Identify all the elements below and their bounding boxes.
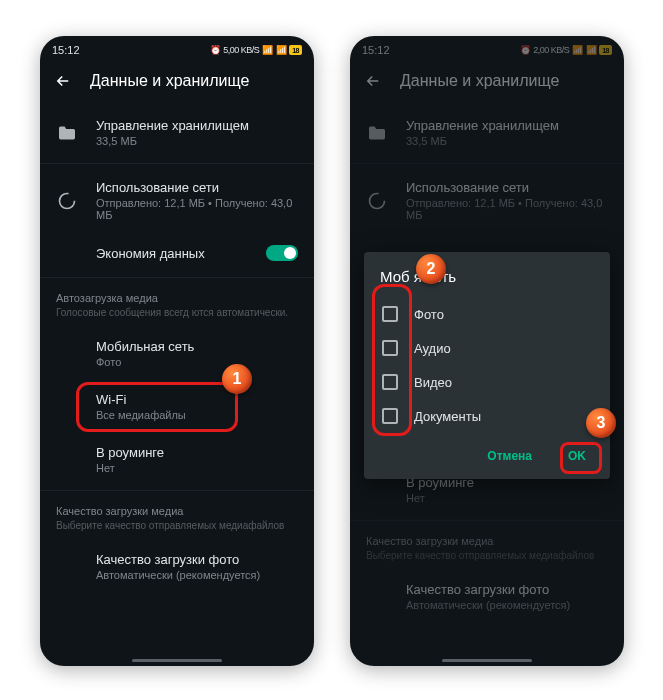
checkbox[interactable] (382, 408, 398, 424)
storage-sub: 33,5 МБ (96, 135, 298, 147)
alarm-icon: ⏰ (520, 45, 531, 55)
data-usage-icon (366, 191, 388, 211)
wifi-title: Wi-Fi (96, 392, 298, 407)
quality-header: Качество загрузки медиа (40, 495, 314, 519)
nav-bar (442, 659, 532, 662)
alarm-icon: ⏰ (210, 45, 221, 55)
quality-desc: Выберите качество отправляемых медиафайл… (40, 519, 314, 540)
row-mobile-network[interactable]: Мобильная сеть Фото (40, 327, 314, 380)
status-bar: 15:12 ⏰ 2,00 KB/S 📶 📶 18 (350, 36, 624, 60)
data-usage-icon (56, 191, 78, 211)
dialog-option-audio[interactable]: Аудио (380, 331, 594, 365)
divider (40, 490, 314, 491)
signal-icon: 📶 (262, 45, 273, 55)
autodl-desc: Голосовые сообщения всегд ются автоматич… (40, 306, 314, 327)
status-time: 15:12 (362, 44, 390, 56)
checkbox[interactable] (382, 306, 398, 322)
network-title: Использование сети (96, 180, 298, 195)
storage-title: Управление хранилищем (96, 118, 298, 133)
folder-icon (56, 125, 78, 141)
battery-icon: 18 (289, 45, 302, 55)
row-data-saver[interactable]: Экономия данных (40, 233, 314, 273)
status-time: 15:12 (52, 44, 80, 56)
app-bar: Данные и хранилище (350, 60, 624, 104)
svg-point-0 (60, 193, 75, 208)
folder-icon (366, 125, 388, 141)
dialog-option-photo[interactable]: Фото (380, 297, 594, 331)
wifi-sub: Все медиафайлы (96, 409, 298, 421)
row-photo-quality: Качество загрузки фото Автоматически (ре… (350, 570, 624, 623)
row-photo-quality[interactable]: Качество загрузки фото Автоматически (ре… (40, 540, 314, 593)
battery-icon: 18 (599, 45, 612, 55)
row-roaming[interactable]: В роуминге Нет (40, 433, 314, 486)
row-wifi[interactable]: Wi-Fi Все медиафайлы (40, 380, 314, 433)
divider (40, 277, 314, 278)
row-network-usage: Использование сети Отправлено: 12,1 МБ •… (350, 168, 624, 233)
status-icons: ⏰ 2,00 KB/S 📶 📶 18 (520, 45, 612, 55)
network-sub: Отправлено: 12,1 МБ • Получено: 43,0 МБ (96, 197, 298, 221)
dialog-title: Моб я сеть (380, 268, 594, 285)
photo-quality-sub: Автоматически (рекомендуется) (96, 569, 298, 581)
dialog-option-video[interactable]: Видео (380, 365, 594, 399)
phone-left: 15:12 ⏰ 5,00 KB/S 📶 📶 18 Данные и хранил… (40, 36, 314, 666)
datasaver-title: Экономия данных (96, 246, 248, 261)
autodl-header: Автозагрузка медиа (40, 282, 314, 306)
signal-icon-2: 📶 (276, 45, 287, 55)
phone-right: 15:12 ⏰ 2,00 KB/S 📶 📶 18 Данные и хранил… (350, 36, 624, 666)
nav-bar (132, 659, 222, 662)
ok-button[interactable]: OK (560, 443, 594, 469)
roaming-sub: Нет (96, 462, 298, 474)
row-network-usage[interactable]: Использование сети Отправлено: 12,1 МБ •… (40, 168, 314, 233)
roaming-title: В роуминге (96, 445, 298, 460)
page-title: Данные и хранилище (400, 72, 559, 90)
status-icons: ⏰ 5,00 KB/S 📶 📶 18 (210, 45, 302, 55)
signal-icon: 📶 (572, 45, 583, 55)
svg-point-1 (370, 193, 385, 208)
row-storage[interactable]: Управление хранилищем 33,5 МБ (40, 106, 314, 159)
cancel-button[interactable]: Отмена (479, 443, 540, 469)
datasaver-toggle[interactable] (266, 245, 298, 261)
app-bar: Данные и хранилище (40, 60, 314, 104)
back-icon[interactable] (364, 72, 382, 90)
mobile-network-dialog: Моб я сеть Фото Аудио Видео Документы От… (364, 252, 610, 479)
divider (40, 163, 314, 164)
row-storage: Управление хранилищем 33,5 МБ (350, 106, 624, 159)
photo-quality-title: Качество загрузки фото (96, 552, 298, 567)
mobile-title: Мобильная сеть (96, 339, 298, 354)
checkbox[interactable] (382, 374, 398, 390)
status-bar: 15:12 ⏰ 5,00 KB/S 📶 📶 18 (40, 36, 314, 60)
checkbox[interactable] (382, 340, 398, 356)
mobile-sub: Фото (96, 356, 298, 368)
back-icon[interactable] (54, 72, 72, 90)
page-title: Данные и хранилище (90, 72, 249, 90)
dialog-option-documents[interactable]: Документы (380, 399, 594, 433)
signal-icon-2: 📶 (586, 45, 597, 55)
